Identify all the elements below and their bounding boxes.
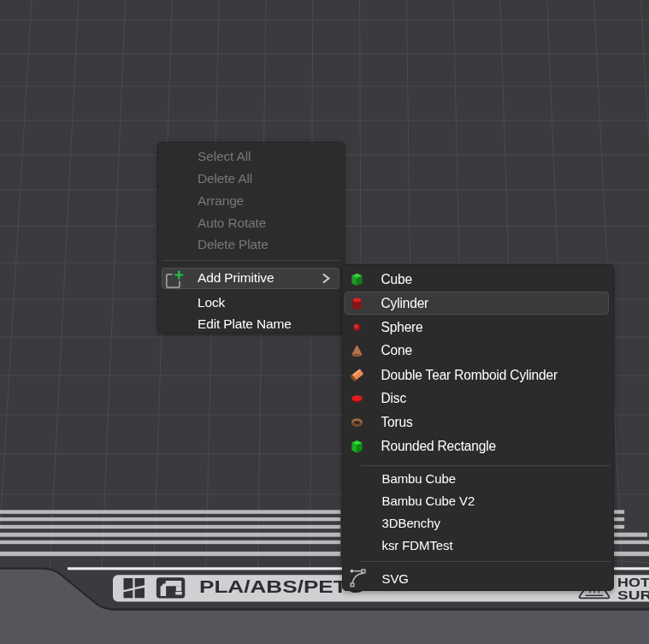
svg-text:SURF: SURF [617,588,649,602]
svg-text:PLA/ABS/PETG: PLA/ABS/PETG [199,577,364,596]
